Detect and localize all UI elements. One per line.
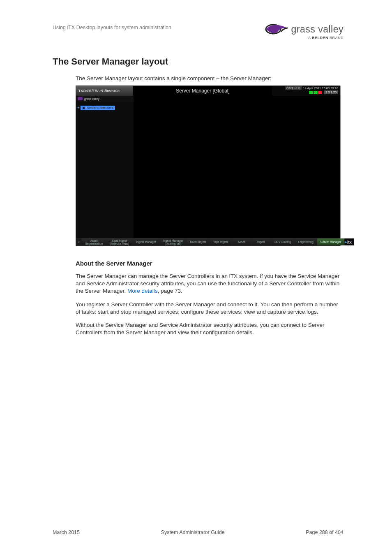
footer-left: March 2015: [53, 530, 80, 535]
brand-wordmark: grass valley: [291, 24, 344, 35]
tab-dev-routing[interactable]: DEV Routing: [271, 238, 295, 245]
status-chip-green-icon: [314, 91, 318, 94]
tab-scroll-left-icon[interactable]: <: [76, 238, 82, 245]
gmt-badge: GMT +1.0: [285, 86, 301, 90]
status-chip-green-icon: [309, 91, 313, 94]
server-manager-screenshot: TXDB01/TRAIN1\Instructo Server Manager […: [76, 86, 340, 246]
para-1: The Server Manager can manage the Server…: [76, 273, 344, 295]
tab-dual-ingest[interactable]: Dual Ingest(Select a View): [106, 238, 133, 245]
tab-ingest-manager[interactable]: Ingest Manager: [133, 238, 160, 245]
status-chip-red-icon: [318, 91, 322, 94]
tab-ingest-manager-booking[interactable]: Ingest Manager(booking tab): [160, 238, 187, 245]
tab-engineering[interactable]: Engineering: [295, 238, 317, 245]
para-2: You register a Server Controller with th…: [76, 301, 344, 316]
shot-top-right-status: GMT +1.0 14 April 2011 15:03:29:10 2.3.1…: [272, 86, 340, 96]
para-3: Without the Service Manager and Service …: [76, 321, 344, 336]
version-badge: 2.3.1.25: [324, 90, 338, 94]
datetime-label: 14 April 2011 15:03:29:10: [303, 86, 339, 90]
itx-logo-icon: ▸itx: [345, 238, 354, 245]
tab-asset-segmentation[interactable]: AssetSegmentation: [82, 238, 106, 245]
running-title: Using iTX Desktop layouts for system adm…: [53, 23, 171, 30]
shot-title: Server Manager [Global]: [134, 86, 272, 96]
belden-tagline: A BELDEN BRAND: [308, 36, 344, 40]
footer-center: System Administrator Guide: [161, 530, 225, 535]
shot-main-area: [134, 102, 340, 238]
tree-item-server-controllers[interactable]: Server Controllers: [81, 106, 115, 110]
tab-asset[interactable]: Asset: [232, 238, 251, 245]
shot-sidebar: +Server Controllers: [76, 102, 134, 238]
grass-valley-swoosh-icon: [265, 23, 289, 35]
brand-logo-block: grass valley A BELDEN BRAND: [265, 23, 344, 40]
tab-tape-ingest[interactable]: Tape Ingest: [210, 238, 232, 245]
shot-user-host-label: TXDB01/TRAIN1\Instructo: [76, 86, 134, 96]
footer-right: Page 288 of 404: [306, 530, 344, 535]
tab-ingest[interactable]: Ingest: [251, 238, 271, 245]
tab-server-manager[interactable]: Server Manager: [317, 238, 345, 245]
shot-tab-bar: < AssetSegmentation Dual Ingest(Select a…: [76, 238, 340, 245]
tree-expand-icon[interactable]: +: [77, 106, 79, 110]
section-heading: About the Server Manager: [76, 260, 344, 267]
lead-paragraph: The Server Manager layout contains a sin…: [76, 75, 344, 81]
tab-radio-ingest[interactable]: Radio Ingest: [187, 238, 210, 245]
more-details-link[interactable]: More details: [127, 288, 158, 294]
gv-mini-badge-icon: grass valley: [76, 97, 99, 100]
page-title: The Server Manager layout: [53, 56, 344, 67]
